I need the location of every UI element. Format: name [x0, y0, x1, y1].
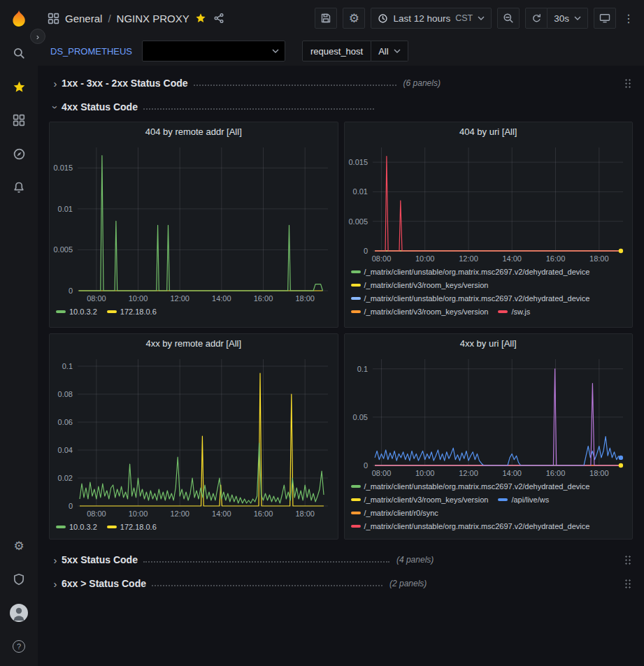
- row-header-4xx[interactable]: › 4xx Status Code: [49, 95, 633, 119]
- dashboard-title[interactable]: NGINX PROXY: [117, 13, 189, 24]
- kebab-menu-icon[interactable]: ⋮: [622, 8, 636, 29]
- series-label: 172.18.0.6: [120, 307, 157, 317]
- row-header-5xx[interactable]: › 5xx Status Code (4 panels): [49, 548, 633, 572]
- chart-canvas[interactable]: 08:0010:0012:0014:0016:0018:0000.020.040…: [50, 352, 338, 520]
- legend-item[interactable]: /sw.js: [498, 307, 530, 317]
- dotted-leader: [143, 108, 374, 110]
- series-color-marker: [351, 485, 361, 488]
- svg-text:0: 0: [363, 461, 367, 470]
- sidebar-bottom-nav: ⚙ ?: [0, 529, 38, 666]
- svg-text:14:00: 14:00: [212, 509, 231, 518]
- panel-title[interactable]: 4xx by uri [All]: [345, 334, 633, 352]
- svg-text:0.015: 0.015: [348, 158, 368, 166]
- help-icon[interactable]: ?: [0, 630, 38, 663]
- row-header-1xx-3xx-2xx[interactable]: › 1xx - 3xx - 2xx Status Code (6 panels): [49, 71, 633, 95]
- refresh-button[interactable]: [525, 8, 548, 29]
- svg-text:0: 0: [69, 502, 73, 510]
- series-color-marker: [351, 512, 361, 514]
- svg-text:16:00: 16:00: [254, 294, 273, 303]
- time-series-chart[interactable]: 08:0010:0012:0014:0016:0018:0000.0050.01…: [50, 140, 338, 305]
- dashboard-settings-button[interactable]: ⚙: [343, 8, 365, 29]
- row-drag-handle-icon[interactable]: [624, 579, 631, 588]
- legend-item[interactable]: /_matrix/client/v3/room_keys/version: [351, 495, 489, 505]
- panel-legend: /_matrix/client/unstable/org.matrix.msc2…: [345, 479, 633, 534]
- time-series-chart[interactable]: 08:0010:0012:0014:0016:0018:0000.020.040…: [50, 352, 338, 520]
- panel-title[interactable]: 404 by uri [All]: [345, 122, 633, 140]
- settings-gear-icon[interactable]: ⚙: [0, 529, 38, 563]
- row-title: 6xx > Status Code: [62, 578, 146, 589]
- svg-text:18:00: 18:00: [589, 254, 609, 263]
- request-host-variable: request_host All: [302, 41, 408, 61]
- svg-text:0.02: 0.02: [58, 474, 73, 482]
- chart-canvas[interactable]: 08:0010:0012:0014:0016:0018:0000.050.1: [345, 352, 633, 479]
- legend-item[interactable]: /_matrix/client/unstable/org.matrix.msc2…: [351, 482, 590, 491]
- panel-title[interactable]: 4xx by remote addr [All]: [50, 334, 338, 352]
- save-dashboard-button[interactable]: [315, 8, 337, 29]
- share-icon[interactable]: [213, 13, 224, 24]
- favorite-star-icon[interactable]: [195, 13, 206, 24]
- chevron-down-icon: [478, 16, 485, 20]
- series-label: /_matrix/client/unstable/org.matrix.msc2…: [364, 521, 590, 531]
- row-header-6xx[interactable]: › 6xx > Status Code (2 panels): [49, 572, 633, 595]
- refresh-interval-dropdown[interactable]: 30s: [548, 8, 588, 29]
- starred-dashboards-icon[interactable]: [0, 70, 38, 103]
- series-label: /_matrix/client/v3/room_keys/version: [364, 307, 489, 317]
- chevron-right-icon: ›: [49, 78, 62, 89]
- time-series-chart[interactable]: 08:0010:0012:0014:0016:0018:0000.050.1: [345, 352, 633, 479]
- svg-text:12:00: 12:00: [170, 509, 189, 518]
- zoom-out-button[interactable]: [497, 8, 520, 29]
- datasource-value-dropdown[interactable]: [142, 41, 285, 61]
- legend-item[interactable]: /_matrix/client/unstable/org.matrix.msc2…: [351, 267, 590, 277]
- legend-item[interactable]: /_matrix/client/unstable/org.matrix.msc2…: [351, 294, 590, 303]
- panel-title[interactable]: 404 by remote addr [All]: [50, 122, 338, 140]
- chevron-down-icon: [394, 49, 401, 53]
- row-drag-handle-icon[interactable]: [624, 78, 631, 88]
- panel-legend: 10.0.3.2172.18.0.6: [50, 305, 338, 319]
- legend-item[interactable]: /_matrix/client/v3/room_keys/version: [351, 280, 489, 290]
- dotted-leader: [152, 585, 382, 586]
- chevron-down-icon: [574, 16, 581, 20]
- user-avatar[interactable]: [0, 596, 38, 630]
- chevron-right-icon: ›: [36, 32, 39, 41]
- legend-item[interactable]: /_matrix/client/r0/sync: [351, 508, 438, 518]
- top-navbar: General / NGINX PROXY ⚙ Last 12 hours: [38, 0, 644, 36]
- svg-text:0: 0: [69, 287, 73, 295]
- breadcrumb-separator: /: [108, 13, 110, 24]
- refresh-icon: [531, 13, 542, 24]
- breadcrumb-folder[interactable]: General: [65, 13, 102, 24]
- legend-item[interactable]: 10.0.3.2: [56, 522, 97, 532]
- server-admin-shield-icon[interactable]: [0, 563, 38, 596]
- grafana-app: ⚙ ? › General / NGINX PROXY: [0, 0, 644, 666]
- refresh-interval-label: 30s: [554, 13, 569, 24]
- sidebar-nav: [0, 36, 38, 204]
- tv-mode-button[interactable]: [594, 8, 616, 29]
- chart-canvas[interactable]: 08:0010:0012:0014:0016:0018:0000.0050.01…: [345, 140, 633, 265]
- legend-item[interactable]: /api/live/ws: [498, 495, 549, 505]
- svg-text:14:00: 14:00: [502, 254, 522, 263]
- gear-icon: ⚙: [349, 13, 359, 24]
- sidebar-expand-toggle[interactable]: ›: [30, 29, 45, 44]
- row-drag-handle-icon[interactable]: [624, 555, 631, 565]
- series-color-marker: [351, 310, 361, 313]
- legend-item[interactable]: /_matrix/client/unstable/org.matrix.msc2…: [351, 521, 590, 531]
- legend-item[interactable]: 172.18.0.6: [107, 522, 157, 532]
- alerting-bell-icon[interactable]: [0, 171, 38, 204]
- row-title: 5xx Status Code: [62, 554, 138, 565]
- svg-text:08:00: 08:00: [87, 294, 106, 303]
- dashboards-grid-icon[interactable]: [0, 103, 38, 137]
- time-series-chart[interactable]: 08:0010:0012:0014:0016:0018:0000.0050.01…: [345, 140, 633, 265]
- svg-text:16:00: 16:00: [545, 469, 565, 477]
- legend-item[interactable]: 10.0.3.2: [56, 307, 97, 317]
- legend-item[interactable]: 172.18.0.6: [107, 307, 157, 317]
- time-range-picker[interactable]: Last 12 hours CST: [371, 8, 492, 29]
- chart-canvas[interactable]: 08:0010:0012:0014:0016:0018:0000.0050.01…: [50, 140, 338, 305]
- svg-text:08:00: 08:00: [87, 509, 106, 518]
- legend-item[interactable]: /_matrix/client/v3/room_keys/version: [351, 307, 489, 317]
- row-panel-count: (4 panels): [396, 555, 434, 565]
- datasource-variable-label[interactable]: DS_PROMETHEUS: [48, 46, 135, 57]
- explore-compass-icon[interactable]: [0, 137, 38, 171]
- avatar-circle: [10, 604, 28, 622]
- request-host-dropdown[interactable]: All: [371, 41, 408, 61]
- chevron-down-icon: [272, 49, 279, 53]
- panel-legend: /_matrix/client/unstable/org.matrix.msc2…: [345, 265, 633, 319]
